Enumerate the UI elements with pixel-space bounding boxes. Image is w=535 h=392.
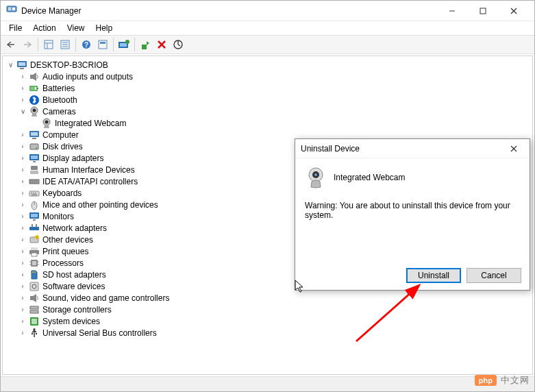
expand-icon[interactable]: › xyxy=(18,130,27,140)
properties-icon[interactable] xyxy=(58,37,73,52)
webcam-icon xyxy=(305,167,327,188)
tree-node[interactable]: ›Bluetooth xyxy=(18,94,531,106)
tree-node-label: Software devices xyxy=(42,282,105,291)
update-driver-icon[interactable] xyxy=(116,37,132,52)
menu-help[interactable]: Help xyxy=(90,22,119,34)
uninstall-dialog: Uninstall Device Integrated Webcam Warni… xyxy=(295,138,530,291)
expand-icon[interactable]: › xyxy=(18,305,27,315)
expand-icon[interactable]: › xyxy=(18,72,27,82)
app-icon xyxy=(6,4,17,17)
expand-icon[interactable]: › xyxy=(18,282,27,291)
svg-rect-46 xyxy=(31,166,38,170)
uninstall-button[interactable]: Uninstall xyxy=(406,268,461,283)
device-category-icon xyxy=(29,176,40,187)
expand-icon[interactable]: › xyxy=(18,154,27,163)
svg-rect-83 xyxy=(30,296,33,300)
scan-icon[interactable] xyxy=(171,37,186,52)
tree-node[interactable]: ›Sound, video and game controllers xyxy=(18,292,531,304)
expand-icon[interactable]: › xyxy=(18,200,27,210)
expand-icon[interactable]: › xyxy=(18,165,27,175)
expand-icon[interactable]: ∨ xyxy=(18,107,27,117)
forward-button[interactable] xyxy=(20,37,35,52)
tree-leaf[interactable]: Integrated Webcam xyxy=(30,117,531,129)
expand-icon[interactable]: › xyxy=(18,235,27,245)
minimize-button[interactable] xyxy=(436,1,467,21)
expand-icon[interactable]: › xyxy=(18,247,27,256)
expand-icon[interactable]: › xyxy=(18,142,27,151)
close-button[interactable] xyxy=(498,1,529,21)
svg-rect-62 xyxy=(33,219,36,221)
device-category-icon xyxy=(29,153,40,164)
tree-node[interactable]: ›Audio inputs and outputs xyxy=(18,71,531,82)
expand-icon[interactable]: › xyxy=(18,258,27,268)
tree-root[interactable]: ∨ DESKTOP-B3CRIOB xyxy=(5,59,531,71)
expand-icon[interactable]: › xyxy=(18,212,27,221)
svg-rect-71 xyxy=(32,253,37,256)
show-hidden-icon[interactable] xyxy=(41,37,56,52)
tree-node[interactable]: ›System devices xyxy=(18,315,531,327)
svg-rect-17 xyxy=(99,40,107,49)
svg-point-37 xyxy=(45,120,49,123)
device-category-icon xyxy=(29,293,40,304)
expand-icon[interactable]: › xyxy=(18,317,27,326)
device-category-icon xyxy=(29,269,40,280)
expand-icon[interactable]: › xyxy=(18,270,27,280)
expand-icon[interactable]: › xyxy=(18,95,27,105)
view-icon[interactable] xyxy=(95,37,110,52)
menu-action[interactable]: Action xyxy=(27,22,61,34)
tree-node-label: Keyboards xyxy=(42,188,82,198)
titlebar[interactable]: Device Manager xyxy=(1,1,534,21)
svg-rect-29 xyxy=(30,75,33,79)
tree-node[interactable]: ∨Cameras xyxy=(18,106,531,117)
toolbar: ? xyxy=(1,35,534,54)
svg-rect-8 xyxy=(45,40,53,49)
expand-icon[interactable]: › xyxy=(18,293,27,303)
svg-rect-32 xyxy=(31,87,35,90)
tree-node-label: Sound, video and game controllers xyxy=(42,293,169,303)
tree-node[interactable]: ›Storage controllers xyxy=(18,304,531,315)
svg-rect-55 xyxy=(33,193,34,194)
svg-rect-56 xyxy=(35,193,36,194)
svg-rect-69 xyxy=(31,247,38,250)
tree-node[interactable]: ›Universal Serial Bus controllers xyxy=(18,327,531,339)
menu-file[interactable]: File xyxy=(3,22,27,34)
svg-rect-73 xyxy=(32,261,36,265)
svg-point-35 xyxy=(33,108,36,112)
cancel-button[interactable]: Cancel xyxy=(466,268,521,283)
svg-point-21 xyxy=(125,40,129,44)
dialog-titlebar[interactable]: Uninstall Device xyxy=(295,139,530,158)
svg-rect-80 xyxy=(35,271,36,273)
svg-rect-87 xyxy=(32,319,37,324)
maximize-button[interactable] xyxy=(467,1,498,21)
back-button[interactable] xyxy=(3,37,18,52)
tree-node[interactable]: ›Batteries xyxy=(18,82,531,94)
svg-rect-63 xyxy=(29,227,39,230)
svg-rect-44 xyxy=(31,156,38,159)
device-category-icon xyxy=(29,71,40,82)
expand-icon[interactable]: › xyxy=(18,84,27,93)
menu-view[interactable]: View xyxy=(62,22,90,34)
svg-rect-5 xyxy=(480,8,486,14)
device-category-icon xyxy=(29,258,40,269)
uninstall-icon[interactable] xyxy=(138,37,153,52)
disable-icon[interactable] xyxy=(154,37,169,52)
help-icon[interactable]: ? xyxy=(79,37,94,52)
tree-node-label: Audio inputs and outputs xyxy=(42,72,133,82)
expand-icon[interactable]: › xyxy=(18,177,27,186)
svg-rect-81 xyxy=(30,282,38,291)
tree-node-label: Bluetooth xyxy=(42,95,77,105)
expand-icon[interactable]: › xyxy=(18,328,27,338)
svg-rect-31 xyxy=(37,88,38,89)
svg-rect-45 xyxy=(33,161,36,162)
tree-node-label: Computer xyxy=(42,130,79,140)
expand-icon[interactable]: › xyxy=(18,223,27,233)
device-category-icon xyxy=(29,106,40,117)
dialog-device-name: Integrated Webcam xyxy=(334,173,406,182)
dialog-warning-text: Warning: You are about to uninstall this… xyxy=(305,201,520,220)
collapse-icon[interactable]: ∨ xyxy=(5,60,15,70)
device-category-icon xyxy=(29,199,40,210)
svg-rect-79 xyxy=(34,271,34,273)
expand-icon[interactable]: › xyxy=(18,188,27,198)
dialog-close-button[interactable] xyxy=(503,143,524,154)
svg-rect-18 xyxy=(100,42,105,44)
